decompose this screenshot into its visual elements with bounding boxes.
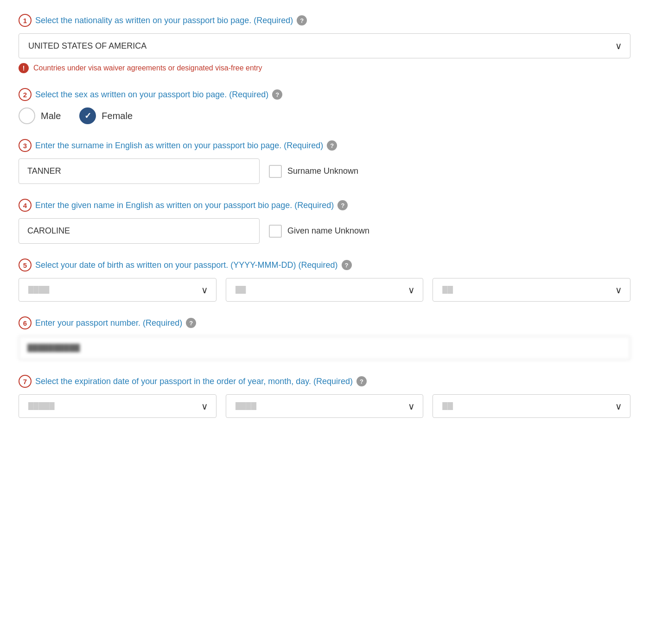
given-name-unknown-option[interactable]: Given name Unknown bbox=[269, 225, 369, 238]
q3-text: Enter the surname in English as written … bbox=[35, 141, 323, 151]
visa-waiver-warning: ! Countries under visa waiver agreements… bbox=[19, 63, 630, 73]
expiry-year-wrapper: █████ ∨ bbox=[19, 394, 216, 418]
female-label: Female bbox=[102, 111, 133, 121]
q6-label: 6 Enter your passport number. (Required)… bbox=[19, 316, 630, 329]
dob-section: 5 Select your date of birth as written o… bbox=[19, 259, 630, 302]
q6-text: Enter your passport number. (Required) bbox=[35, 318, 182, 328]
given-name-section: 4 Enter the given name in English as wri… bbox=[19, 199, 630, 244]
q7-text: Select the expiration date of your passp… bbox=[35, 377, 353, 386]
q5-help-icon[interactable]: ? bbox=[342, 260, 352, 270]
expiry-day-wrapper: ██ ∨ bbox=[433, 394, 630, 418]
surname-section: 3 Enter the surname in English as writte… bbox=[19, 139, 630, 184]
q2-text: Select the sex as written on your passpo… bbox=[35, 90, 268, 100]
dob-year-wrapper: ████ ∨ bbox=[19, 278, 216, 302]
surname-unknown-checkbox[interactable] bbox=[269, 165, 282, 178]
dob-month-wrapper: ██ ∨ bbox=[226, 278, 424, 302]
warning-icon: ! bbox=[19, 63, 29, 73]
nationality-select-wrapper: UNITED STATES OF AMERICA ∨ bbox=[19, 33, 630, 58]
q7-help-icon[interactable]: ? bbox=[356, 376, 367, 386]
dob-year-select[interactable]: ████ bbox=[19, 278, 216, 302]
q7-number: 7 bbox=[19, 375, 32, 388]
q5-text: Select your date of birth as written on … bbox=[35, 260, 338, 270]
dob-month-select[interactable]: ██ bbox=[226, 278, 424, 302]
given-name-input-row: Given name Unknown bbox=[19, 218, 630, 244]
q2-label: 2 Select the sex as written on your pass… bbox=[19, 88, 630, 101]
sex-section: 2 Select the sex as written on your pass… bbox=[19, 88, 630, 124]
given-name-unknown-checkbox[interactable] bbox=[269, 225, 282, 238]
surname-unknown-label: Surname Unknown bbox=[287, 166, 358, 176]
male-label: Male bbox=[41, 111, 61, 121]
expiry-month-wrapper: ████ ∨ bbox=[226, 394, 424, 418]
expiry-month-select[interactable]: ████ bbox=[226, 394, 424, 418]
q4-label: 4 Enter the given name in English as wri… bbox=[19, 199, 630, 212]
q4-help-icon[interactable]: ? bbox=[337, 200, 348, 210]
q1-label: 1 Select the nationality as written on y… bbox=[19, 14, 630, 27]
q3-help-icon[interactable]: ? bbox=[327, 140, 337, 151]
expiry-year-select[interactable]: █████ bbox=[19, 394, 216, 418]
surname-unknown-option[interactable]: Surname Unknown bbox=[269, 165, 358, 178]
q2-number: 2 bbox=[19, 88, 32, 101]
female-radio[interactable] bbox=[79, 107, 96, 124]
q7-label: 7 Select the expiration date of your pas… bbox=[19, 375, 630, 388]
expiry-day-select[interactable]: ██ bbox=[433, 394, 630, 418]
passport-number-section: 6 Enter your passport number. (Required)… bbox=[19, 316, 630, 360]
male-radio[interactable] bbox=[19, 107, 35, 124]
q6-number: 6 bbox=[19, 316, 32, 329]
given-name-input[interactable] bbox=[19, 218, 260, 244]
q1-help-icon[interactable]: ? bbox=[297, 15, 307, 25]
q1-number: 1 bbox=[19, 14, 32, 27]
q5-label: 5 Select your date of birth as written o… bbox=[19, 259, 630, 271]
q4-number: 4 bbox=[19, 199, 32, 212]
dob-day-wrapper: ██ ∨ bbox=[433, 278, 630, 302]
q1-text: Select the nationality as written on you… bbox=[35, 16, 293, 25]
expiry-date-row: █████ ∨ ████ ∨ ██ ∨ bbox=[19, 394, 630, 418]
male-option[interactable]: Male bbox=[19, 107, 61, 124]
female-option[interactable]: Female bbox=[79, 107, 133, 124]
dob-date-row: ████ ∨ ██ ∨ ██ ∨ bbox=[19, 278, 630, 302]
dob-day-select[interactable]: ██ bbox=[433, 278, 630, 302]
q2-help-icon[interactable]: ? bbox=[272, 89, 282, 100]
q3-label: 3 Enter the surname in English as writte… bbox=[19, 139, 630, 152]
q4-text: Enter the given name in English as writt… bbox=[35, 201, 334, 210]
q5-number: 5 bbox=[19, 259, 32, 271]
passport-expiry-section: 7 Select the expiration date of your pas… bbox=[19, 375, 630, 418]
sex-radio-group: Male Female bbox=[19, 107, 630, 124]
q3-number: 3 bbox=[19, 139, 32, 152]
warning-text: Countries under visa waiver agreements o… bbox=[33, 64, 262, 72]
surname-input-row: Surname Unknown bbox=[19, 158, 630, 184]
given-name-unknown-label: Given name Unknown bbox=[287, 226, 369, 236]
nationality-section: 1 Select the nationality as written on y… bbox=[19, 14, 630, 73]
passport-number-input[interactable] bbox=[19, 336, 630, 360]
surname-input[interactable] bbox=[19, 158, 260, 184]
q6-help-icon[interactable]: ? bbox=[186, 318, 196, 328]
nationality-select[interactable]: UNITED STATES OF AMERICA bbox=[19, 33, 630, 58]
